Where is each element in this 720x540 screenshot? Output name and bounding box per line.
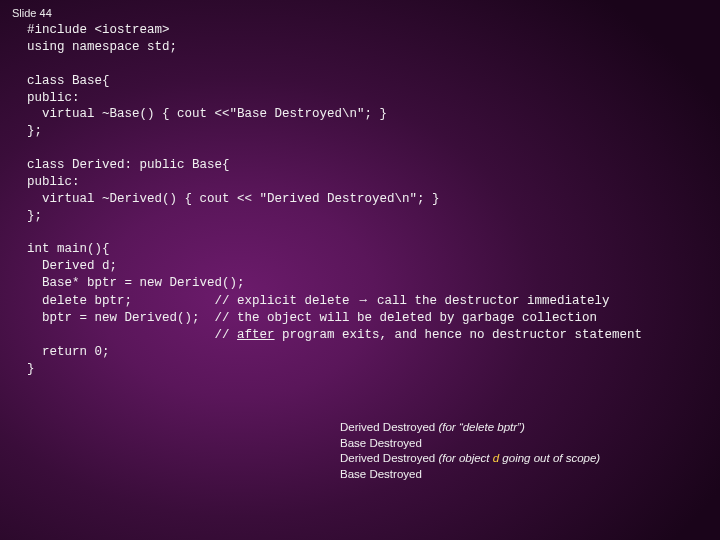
code-line: bptr = new Derived(); // the object will… [12,311,597,325]
code-line: public: [12,91,80,105]
output-block: Derived Destroyed (for “delete bptr”) Ba… [340,420,600,482]
output-line: Base Destroyed [340,436,600,452]
code-line: int main(){ [12,242,110,256]
code-line: return 0; [12,345,110,359]
code-line: class Derived: public Base{ [12,158,230,172]
code-block: #include <iostream> using namespace std;… [12,22,642,377]
output-note-text: (for [438,421,458,433]
code-line: #include <iostream> [12,23,170,37]
output-line: Derived Destroyed (for object d going ou… [340,451,600,467]
output-note-text: going out of scope) [499,452,600,464]
output-note: (for object d going out of scope) [438,452,600,464]
code-line: using namespace std; [12,40,177,54]
code-line: Base* bptr = new Derived(); [12,276,245,290]
output-text: Derived Destroyed [340,421,438,433]
code-line: call the destructor immediately [370,294,610,308]
code-line: }; [12,209,42,223]
output-line: Base Destroyed [340,467,600,483]
slide-title: Slide 44 [12,7,52,19]
code-line: delete bptr; // explicit delete [12,294,357,308]
code-line: } [12,362,35,376]
arrow-icon: → [357,293,370,307]
code-line: }; [12,124,42,138]
output-note-text: (for object [438,452,492,464]
code-underline: after [237,328,275,342]
code-line: // [12,328,237,342]
output-text: Derived Destroyed [340,452,438,464]
code-line: virtual ~Derived() { cout << "Derived De… [12,192,440,206]
code-line: class Base{ [12,74,110,88]
output-quote: “delete bptr” [459,421,521,433]
code-line: program exits, and hence no destructor s… [275,328,643,342]
output-line: Derived Destroyed (for “delete bptr”) [340,420,600,436]
code-line: Derived d; [12,259,117,273]
output-note-text: ) [521,421,525,433]
output-note: (for “delete bptr”) [438,421,524,433]
code-line: virtual ~Base() { cout <<"Base Destroyed… [12,107,387,121]
code-line: public: [12,175,80,189]
slide-body: Slide 44 #include <iostream> using names… [0,0,720,540]
